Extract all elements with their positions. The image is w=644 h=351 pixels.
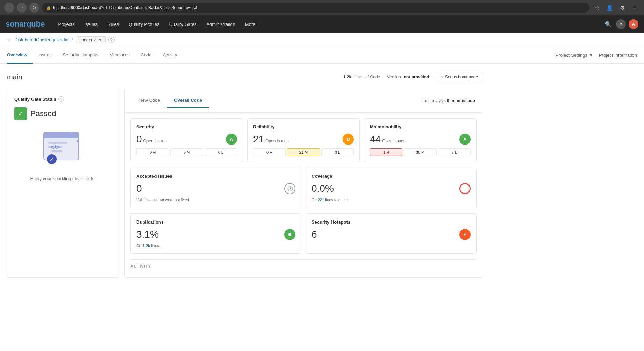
maintainability-value: 44 bbox=[370, 134, 381, 145]
subnav-right: Project Settings ▼ Project Information bbox=[556, 47, 637, 63]
security-hotspots-value-row: 6 E bbox=[312, 229, 471, 240]
reliability-label: Open issues bbox=[265, 139, 289, 143]
svg-text:✦: ✦ bbox=[73, 133, 77, 138]
security-hotspots-value: 6 bbox=[312, 229, 317, 240]
dropdown-icon[interactable]: ▼ bbox=[98, 37, 102, 42]
tab-new-code[interactable]: New Code bbox=[132, 93, 167, 108]
browser-chrome: ← → ↻ 🔒 localhost:9000/dashboard?id=Dist… bbox=[0, 0, 644, 15]
passed-icon: ✓ bbox=[14, 107, 27, 120]
accepted-title: Accepted issues bbox=[136, 174, 295, 179]
forward-button[interactable]: → bbox=[17, 3, 27, 13]
subnav-activity[interactable]: Activity bbox=[157, 47, 183, 64]
coverage-sublabel: On 221 lines to cover. bbox=[312, 198, 471, 202]
nav-issues[interactable]: Issues bbox=[79, 15, 102, 33]
coverage-sub-prefix: On bbox=[312, 198, 317, 202]
breadcrumb-help-button[interactable]: ? bbox=[108, 37, 115, 43]
security-grade: A bbox=[226, 134, 237, 145]
quality-gate-title: Quality Gate Status bbox=[14, 97, 56, 102]
dup-sub-prefix: On bbox=[136, 244, 142, 248]
subnav-issues[interactable]: Issues bbox=[33, 47, 57, 64]
security-hotspots-values: 6 bbox=[312, 229, 317, 240]
menu-button[interactable]: ⋮ bbox=[630, 3, 640, 13]
maintainability-title: Maintainability bbox=[370, 124, 471, 129]
security-title: Security bbox=[136, 124, 237, 129]
security-hotspots-card: Security Hotspots 6 E bbox=[306, 213, 477, 254]
maintainability-card: Maintainability 44 Open issues A 1 H 36 … bbox=[364, 118, 477, 162]
refresh-button[interactable]: ↻ bbox=[29, 3, 39, 13]
subnav-overview[interactable]: Overview bbox=[7, 47, 33, 64]
tab-overall-code[interactable]: Overall Code bbox=[167, 93, 209, 108]
maintainability-grade: A bbox=[459, 134, 471, 145]
home-icon: ⌂ bbox=[441, 75, 443, 79]
nav-more[interactable]: More bbox=[240, 15, 260, 33]
sub-nav: Overview Issues Security Hotspots Measur… bbox=[0, 47, 644, 64]
accepted-values: 0 bbox=[136, 183, 142, 194]
security-low: 0 L bbox=[205, 148, 237, 156]
metric-cards-row2: Accepted issues 0 🕐 Valid issues that we… bbox=[125, 168, 482, 213]
activity-section: ACTIVITY bbox=[125, 259, 482, 277]
bookmark-button[interactable]: ☆ bbox=[592, 3, 602, 13]
meta-sep: · bbox=[383, 75, 384, 79]
set-homepage-button[interactable]: ⌂ Set as homepage bbox=[436, 72, 482, 82]
back-button[interactable]: ← bbox=[4, 3, 14, 13]
maintainability-values: 44 Open issues bbox=[370, 134, 406, 145]
reliability-value-row: 21 Open issues D bbox=[253, 134, 354, 145]
nav-projects[interactable]: Projects bbox=[53, 15, 79, 33]
sonarqube-logo[interactable]: sonarqube bbox=[6, 20, 45, 29]
address-bar[interactable]: 🔒 localhost:9000/dashboard?id=Distribute… bbox=[42, 3, 589, 13]
reliability-low: 0 L bbox=[321, 148, 354, 156]
profile-button[interactable]: 👤 bbox=[605, 3, 615, 13]
duplications-sublabel: On 1.2k lines. bbox=[136, 244, 295, 248]
subnav-security-hotspots[interactable]: Security Hotspots bbox=[57, 47, 104, 64]
last-analysis: Last analysis 9 minutes ago bbox=[422, 98, 475, 103]
coverage-values: 0.0% bbox=[312, 183, 334, 194]
new-code-label: New Code bbox=[139, 98, 160, 103]
nav-administration[interactable]: Administration bbox=[201, 15, 240, 33]
code-tabs: New Code Overall Code bbox=[132, 93, 209, 108]
nav-rules[interactable]: Rules bbox=[102, 15, 124, 33]
coverage-value: 0.0% bbox=[312, 183, 334, 194]
accepted-value-row: 0 🕐 bbox=[136, 183, 295, 194]
project-header: main 1.2k Lines of Code · Version not pr… bbox=[7, 72, 482, 82]
branch-badge[interactable]: ⎯ main ✓ ▼ bbox=[76, 36, 106, 43]
meta-sep2: · bbox=[432, 75, 433, 79]
security-label: Open issues bbox=[143, 139, 166, 143]
dup-sub-suffix: lines. bbox=[151, 244, 160, 248]
project-info-button[interactable]: Project Information bbox=[599, 52, 637, 58]
duplications-values: 3.1% bbox=[136, 229, 159, 240]
illustration-svg: ✦ ✦ ✦ </> ✓ bbox=[35, 128, 91, 170]
security-card: Security 0 Open issues A 0 H 0 M 0 L bbox=[130, 118, 243, 162]
extensions-button[interactable]: ⚙ bbox=[617, 3, 627, 13]
browser-right-icons: ☆ 👤 ⚙ ⋮ bbox=[592, 3, 640, 13]
svg-text:</>: </> bbox=[51, 144, 60, 151]
svg-text:✦: ✦ bbox=[70, 131, 72, 134]
project-breadcrumb-link[interactable]: DistributedChallengeRadar bbox=[14, 37, 69, 42]
help-button[interactable]: ? bbox=[616, 19, 626, 29]
project-settings-button[interactable]: Project Settings ▼ bbox=[556, 52, 593, 58]
security-hotspots-title: Security Hotspots bbox=[312, 219, 471, 225]
version-value: not provided bbox=[404, 75, 429, 79]
subnav-measures[interactable]: Measures bbox=[104, 47, 135, 64]
reliability-breakdown: 0 H 21 M 0 L bbox=[253, 148, 354, 156]
activity-title: ACTIVITY bbox=[130, 259, 477, 272]
reliability-high: 0 H bbox=[253, 148, 286, 156]
search-button[interactable]: 🔍 bbox=[603, 19, 613, 29]
star-icon[interactable]: ☆ bbox=[7, 37, 12, 43]
branch-name: main bbox=[83, 37, 92, 42]
subnav-code[interactable]: Code bbox=[135, 47, 157, 64]
project-name: main bbox=[7, 73, 343, 81]
url-text: localhost:9000/dashboard?id=DistributedC… bbox=[53, 5, 198, 10]
nav-quality-gates[interactable]: Quality Gates bbox=[164, 15, 202, 33]
top-nav: sonarqube Projects Issues Rules Quality … bbox=[0, 15, 644, 33]
quality-gate-card: Quality Gate Status ? ✓ Passed bbox=[7, 89, 119, 278]
avatar-button[interactable]: A bbox=[629, 19, 638, 29]
app: sonarqube Projects Issues Rules Quality … bbox=[0, 15, 644, 351]
last-analysis-prefix: Last analysis bbox=[422, 98, 446, 103]
security-high: 0 H bbox=[136, 148, 169, 156]
nav-quality-profiles[interactable]: Quality Profiles bbox=[124, 15, 164, 33]
reliability-med: 21 M bbox=[287, 148, 320, 156]
quality-gate-help-button[interactable]: ? bbox=[58, 96, 64, 102]
maintainability-breakdown: 1 H 36 M 7 L bbox=[370, 148, 471, 156]
reliability-value: 21 bbox=[253, 134, 264, 145]
maintainability-label: Open issues bbox=[382, 139, 406, 143]
